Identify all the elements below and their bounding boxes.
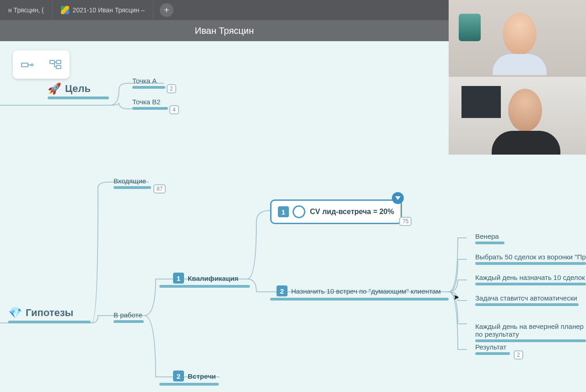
document-title-bar: Иван Трясцин (0, 20, 449, 41)
node-label: Назначить 10 встреч по "думающим" клиент… (291, 287, 441, 295)
node-cv-lead-meeting[interactable]: 1 CV лид-всетреча = 20% (270, 199, 402, 224)
outline-view-icon[interactable] (20, 59, 34, 70)
badge-point-a[interactable]: 2 (167, 84, 176, 93)
tab-label: 2021-10 Иван Трясцин – (73, 6, 145, 14)
tab-bar: н Трясцин, ( 2021-10 Иван Трясцин – + (0, 0, 449, 20)
priority-badge: 2 (173, 371, 184, 381)
face-icon (508, 89, 542, 132)
svg-rect-5 (56, 65, 61, 69)
node-label: Венера (475, 232, 499, 240)
badge-cv[interactable]: 75 (399, 217, 412, 226)
node-label: Цель (65, 83, 91, 95)
badge-point-b2[interactable]: 4 (169, 105, 179, 114)
node-point-a[interactable]: Точка А (132, 77, 165, 89)
node-result[interactable]: Результат (475, 343, 510, 355)
badge-incoming[interactable]: 87 (153, 184, 166, 193)
mouse-cursor-icon: ➤ (453, 293, 459, 301)
node-label: Каждый день на вечерней планер по резуль… (475, 322, 584, 338)
node-label: CV лид-всетреча = 20% (310, 208, 394, 216)
node-label: Встречи (188, 372, 216, 380)
google-drive-icon (61, 6, 69, 14)
svg-rect-3 (50, 60, 54, 64)
painting-icon (459, 14, 481, 41)
tab-label: н Трясцин, ( (8, 6, 44, 14)
checkbox-icon[interactable] (293, 205, 305, 218)
svg-rect-4 (56, 60, 61, 64)
node-label: Гипотезы (26, 307, 73, 319)
node-goal-root[interactable]: 🚀Цель (48, 82, 109, 99)
new-tab-button[interactable]: + (160, 3, 174, 17)
gem-icon: 💎 (8, 306, 22, 319)
node-label: Квалификация (188, 274, 239, 282)
node-in-work[interactable]: В работе (114, 311, 144, 323)
node-label: Входящие (114, 177, 146, 185)
priority-badge: 1 (278, 206, 289, 217)
node-label: Точка В2 (132, 98, 161, 106)
rocket-icon: 🚀 (48, 82, 61, 95)
badge-result[interactable]: 2 (514, 350, 523, 360)
node-label: Выбрать 50 сделок из воронки "Пр (475, 253, 586, 261)
video-participant-1[interactable] (449, 0, 586, 77)
view-toolbar (13, 50, 70, 79)
node-label: Каждый день назначать 10 сделок (475, 274, 585, 281)
node-assign-meetings[interactable]: 2Назначить 10 встреч по "думающим" клиен… (277, 285, 449, 301)
face-icon (503, 13, 537, 55)
node-meetings[interactable]: 2Встречи (173, 371, 219, 386)
node-label: Точка А (132, 77, 157, 85)
node-point-b2[interactable]: Точка В2 (132, 98, 168, 110)
priority-badge: 2 (277, 285, 288, 296)
video-participant-2[interactable] (449, 77, 586, 155)
svg-point-2 (31, 64, 33, 66)
node-label: В работе (114, 311, 142, 319)
tree-view-icon[interactable] (49, 59, 62, 70)
node-qualification[interactable]: 1Квалификация (173, 273, 250, 288)
svg-rect-0 (22, 63, 28, 67)
tab-0[interactable]: н Трясцин, ( (0, 0, 53, 20)
priority-badge: 1 (173, 273, 184, 284)
document-title: Иван Трясцин (195, 26, 254, 36)
mindmap-canvas[interactable]: 🚀Цель Точка А 2 Точка В2 4 Входящие 87 💎… (0, 41, 449, 392)
node-auto-task[interactable]: Задача ставитсч автоматически (475, 294, 579, 306)
node-label: Задача ставитсч автоматически (475, 294, 577, 302)
node-venera[interactable]: Венера (475, 232, 505, 244)
monitor-icon (461, 86, 501, 118)
tab-1[interactable]: 2021-10 Иван Трясцин – (53, 0, 153, 20)
torso-icon (493, 54, 547, 75)
torso-icon (492, 131, 560, 155)
node-hypotheses-root[interactable]: 💎Гипотезы (8, 306, 91, 323)
node-incoming[interactable]: Входящие (114, 177, 151, 189)
node-label: Результат (475, 343, 506, 351)
node-daily-10[interactable]: Каждый день назначать 10 сделок (475, 274, 586, 285)
collapse-toggle[interactable] (392, 192, 404, 204)
node-pick-50[interactable]: Выбрать 50 сделок из воронки "Пр (475, 253, 586, 265)
